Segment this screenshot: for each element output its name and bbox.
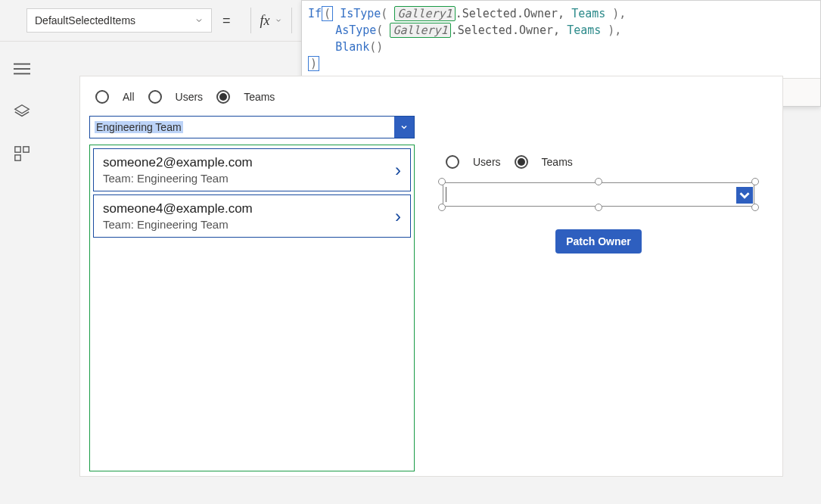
item-email: someone2@example.com (103, 155, 253, 170)
svg-rect-4 (14, 147, 20, 152)
resize-handle[interactable] (595, 204, 602, 211)
resize-handle[interactable] (595, 178, 602, 185)
chevron-right-icon: › (395, 160, 401, 181)
resize-handle[interactable] (438, 178, 446, 185)
layers-icon[interactable] (14, 103, 30, 123)
dropdown-button[interactable] (394, 117, 414, 138)
radio-teams-label: Teams (542, 156, 573, 168)
property-name: DefaultSelectedItems (35, 14, 135, 26)
canvas: All Users Teams Engineering Team someone… (79, 76, 783, 477)
svg-rect-0 (14, 64, 30, 65)
svg-rect-2 (14, 73, 30, 75)
hamburger-icon[interactable] (14, 61, 30, 80)
left-column: All Users Teams Engineering Team someone… (89, 87, 415, 471)
divider (291, 8, 292, 33)
chevron-down-icon (275, 17, 282, 24)
resize-handle[interactable] (751, 178, 759, 185)
svg-rect-5 (23, 147, 28, 152)
formula-editor[interactable]: If( IsType( Gallery1.Selected.Owner, Tea… (302, 1, 820, 78)
svg-rect-1 (14, 68, 30, 70)
list-item[interactable]: someone2@example.com Team: Engineering T… (93, 148, 411, 191)
text-caret (446, 187, 446, 202)
right-column: Users Teams Patch Owner (440, 152, 757, 254)
chevron-down-icon (736, 187, 753, 204)
fx-button[interactable]: fx (260, 13, 282, 29)
item-email: someone4@example.com (103, 201, 253, 216)
gallery-ref: Gallery1 (394, 6, 455, 21)
svg-marker-3 (14, 105, 28, 114)
svg-rect-6 (14, 155, 20, 160)
patch-owner-button[interactable]: Patch Owner (555, 229, 642, 254)
components-icon[interactable] (14, 145, 30, 165)
list-item[interactable]: someone4@example.com Team: Engineering T… (93, 194, 411, 238)
left-radio-group: All Users Teams (95, 87, 415, 107)
chevron-down-icon (400, 123, 409, 132)
radio-users-label: Users (473, 156, 501, 168)
chevron-right-icon: › (395, 206, 401, 227)
dropdown-button[interactable] (736, 187, 753, 204)
fx-label: fx (260, 13, 270, 29)
resize-handle[interactable] (751, 204, 759, 211)
team-dropdown[interactable]: Engineering Team (89, 116, 415, 138)
radio-teams[interactable] (216, 90, 230, 104)
gallery-ref: Gallery1 (390, 23, 450, 38)
radio-all[interactable] (95, 90, 109, 104)
gallery: someone2@example.com Team: Engineering T… (89, 145, 415, 471)
radio-users[interactable] (148, 90, 162, 104)
right-radio-group: Users Teams (446, 152, 757, 172)
property-dropdown[interactable]: DefaultSelectedItems (26, 8, 212, 33)
radio-users-label: Users (176, 91, 204, 103)
equals-sign: = (222, 13, 231, 29)
radio-teams[interactable] (515, 155, 528, 169)
radio-all-label: All (123, 91, 135, 103)
divider (250, 8, 251, 33)
selected-combobox[interactable] (440, 179, 757, 210)
item-team: Team: Engineering Team (103, 218, 253, 231)
resize-handle[interactable] (438, 204, 446, 211)
radio-users[interactable] (446, 155, 459, 169)
chevron-down-icon (194, 16, 204, 25)
left-rail (0, 42, 43, 504)
radio-teams-label: Teams (244, 91, 275, 103)
item-team: Team: Engineering Team (103, 172, 253, 185)
team-dropdown-value: Engineering Team (95, 121, 183, 133)
